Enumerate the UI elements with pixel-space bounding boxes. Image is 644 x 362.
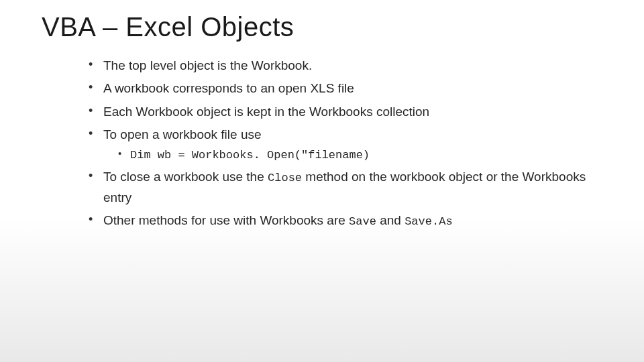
bullet-text: To open a workbook file use bbox=[103, 127, 262, 141]
code-text: Dim wb = Workbooks. Open("filename) bbox=[130, 149, 370, 162]
bullet-item: Other methods for use with Workbooks are… bbox=[89, 210, 604, 231]
bullet-item: To close a workbook use the Close method… bbox=[89, 167, 604, 207]
slide: VBA – Excel Objects The top level object… bbox=[0, 0, 644, 362]
bullet-list: The top level object is the Workbook. A … bbox=[89, 56, 604, 231]
bullet-text: and bbox=[376, 213, 405, 227]
bullet-item: The top level object is the Workbook. bbox=[89, 56, 604, 75]
code-text: Close bbox=[268, 172, 302, 184]
code-text: Save.As bbox=[405, 215, 452, 228]
bullet-item: A workbook corresponds to an open XLS fi… bbox=[89, 78, 604, 98]
sub-bullet-list: Dim wb = Workbooks. Open("filename) bbox=[118, 146, 604, 164]
slide-title: VBA – Excel Objects bbox=[42, 12, 604, 42]
bullet-item: Each Workbook object is kept in the Work… bbox=[89, 102, 604, 121]
code-text: Save bbox=[349, 215, 376, 228]
bullet-text: Other methods for use with Workbooks are bbox=[103, 213, 349, 227]
bullet-text: To close a workbook use the bbox=[103, 170, 268, 184]
sub-bullet-item: Dim wb = Workbooks. Open("filename) bbox=[118, 146, 604, 164]
bullet-item: To open a workbook file use Dim wb = Wor… bbox=[89, 125, 604, 164]
